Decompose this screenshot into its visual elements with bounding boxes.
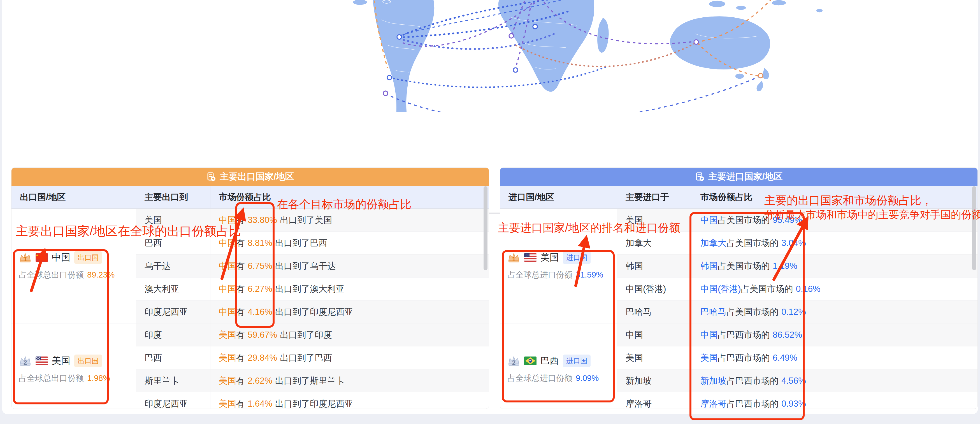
annotation-export-global-share: 主要出口国家/地区在全球的出口份额占比: [16, 223, 241, 240]
dest-cell: 斯里兰卡: [136, 369, 210, 392]
src-cell: 摩洛哥: [617, 392, 692, 408]
dest-cell: 乌干达: [136, 254, 210, 278]
share-sentence: 巴哈马占美国市场的0.12%: [692, 300, 977, 324]
share-value: 89.23%: [87, 270, 115, 279]
share-sentence: 美国占巴西市场的6.49%: [692, 346, 977, 369]
share-sentence: 中国(香港)占美国市场的0.16%: [692, 278, 977, 300]
share-sentence: 美国有29.84%出口到了巴西: [210, 346, 489, 369]
role-badge: 出口国: [74, 354, 102, 367]
country-name: 巴西: [541, 354, 559, 367]
new-zealand: [762, 68, 769, 79]
country-name: 美国: [52, 354, 70, 367]
export-table-columns: 出口国/地区 主要出口到 市场份额占比: [11, 186, 489, 209]
role-badge: 进口国: [563, 354, 590, 367]
brazil-flag: [524, 357, 536, 365]
share-sentence: 中国占巴西市场的86.52%: [692, 324, 977, 346]
import-table-header: 主要进口国家/地区: [500, 168, 977, 186]
trade-dashboard: { "timeline": { "years": ["2021", "2022"…: [0, 0, 980, 424]
importer-card-brazil: 2 巴西 进口国 占全球总进口份额9.09%: [500, 324, 617, 408]
annotation-right-note-line2: 分析最大市场和市场中的主要竞争对手国的份额: [764, 208, 980, 222]
usa-flag: [524, 253, 536, 262]
src-cell: 巴哈马: [617, 300, 692, 324]
global-share: 占全球总出口份额89.23%: [19, 269, 136, 281]
dest-cell: 印度尼西亚: [136, 392, 210, 408]
china-flag: [36, 253, 48, 262]
role-badge: 进口国: [563, 251, 590, 264]
src-cell: 中国: [617, 324, 692, 346]
share-value: 9.09%: [576, 373, 599, 383]
share-sentence: 中国有6.27%出口到了澳大利亚: [210, 278, 489, 300]
src-cell: 美国: [617, 346, 692, 369]
column-header: 主要进口于: [617, 186, 692, 208]
export-table: 主要出口国家/地区 出口国/地区 主要出口到 市场份额占比 1 中国 出口国: [11, 167, 489, 409]
share-sentence: 中国有4.16%出口到了印度尼西亚: [210, 300, 489, 324]
gold-crown-icon: 1: [508, 252, 520, 263]
usa-flag: [36, 357, 48, 365]
global-share: 占全球总进口份额31.59%: [508, 269, 617, 281]
rank-number: 2: [508, 359, 520, 366]
rank-number: 2: [19, 359, 32, 366]
import-table-scrollbar[interactable]: [972, 186, 976, 270]
src-cell: 中国(香港): [617, 278, 692, 300]
share-sentence: 美国有2.62%出口到了斯里兰卡: [210, 369, 489, 392]
share-sentence: 中国有8.81%出口到了巴西: [210, 232, 489, 254]
madagascar: [597, 17, 609, 53]
rank-number: 1: [19, 256, 32, 263]
gold-crown-icon: 1: [19, 252, 32, 263]
rank-number: 1: [508, 256, 520, 263]
export-table-title: 主要出口国家/地区: [220, 171, 294, 183]
import-table-title: 主要进口国家/地区: [708, 171, 783, 183]
share-sentence: 美国有1.64%出口到了印度尼西亚: [210, 392, 489, 408]
share-sentence: 韩国占美国市场的1.19%: [692, 254, 977, 278]
export-table-scrollbar[interactable]: [484, 186, 487, 270]
country-name: 中国: [52, 251, 70, 264]
tasmania: [735, 73, 744, 79]
export-table-header: 主要出口国家/地区: [11, 168, 489, 186]
share-value: 31.59%: [576, 270, 603, 279]
share-value: 1.98%: [87, 373, 110, 383]
exporter-card-usa: 2 美国 出口国 占全球总出口份额1.98%: [11, 324, 136, 408]
column-header: 进口国/地区: [500, 191, 617, 203]
country-name: 美国: [541, 251, 559, 264]
global-share: 占全球总出口份额1.98%: [19, 373, 136, 384]
src-cell: 新加坡: [617, 369, 692, 392]
annotation-target-market-share: 在各个目标市场的份额占比: [277, 197, 411, 212]
share-sentence: 摩洛哥占巴西市场的0.93%: [692, 392, 977, 408]
src-cell: 韩国: [617, 254, 692, 278]
report-import-icon: [695, 172, 705, 181]
silver-crown-icon: 2: [508, 356, 520, 367]
global-share: 占全球总进口份额9.09%: [508, 373, 617, 384]
column-header: 出口国/地区: [11, 191, 136, 203]
import-table-body[interactable]: 1 美国 进口国 占全球总进口份额31.59% 美国 中国占美国市场的95.49…: [500, 209, 977, 408]
share-sentence: 新加坡占巴西市场的4.56%: [692, 369, 977, 392]
annotation-right-note-line1: 主要的出口国家和市场份额占比，: [764, 193, 932, 208]
silver-crown-icon: 2: [19, 356, 32, 367]
share-sentence: 中国有33.80%出口到了美国: [210, 209, 489, 232]
share-sentence: 美国有59.67%出口到了印度: [210, 324, 489, 346]
dest-cell: 印度尼西亚: [136, 300, 210, 324]
column-header: 主要出口到: [136, 186, 210, 208]
dest-cell: 澳大利亚: [136, 278, 210, 300]
role-badge: 出口国: [74, 251, 102, 264]
report-export-icon: [207, 172, 216, 181]
share-sentence: 加拿大占美国市场的3.04%: [692, 232, 977, 254]
share-sentence: 中国有6.75%出口到了乌干达: [210, 254, 489, 278]
year-timeline: 2023 2021 2022 2023 2024: [0, 84, 980, 148]
dest-cell: 巴西: [136, 346, 210, 369]
africa: [498, 0, 595, 92]
annotation-import-rank-share: 主要进口国家/地区的排名和进口份额: [498, 220, 680, 235]
dest-cell: 印度: [136, 324, 210, 346]
